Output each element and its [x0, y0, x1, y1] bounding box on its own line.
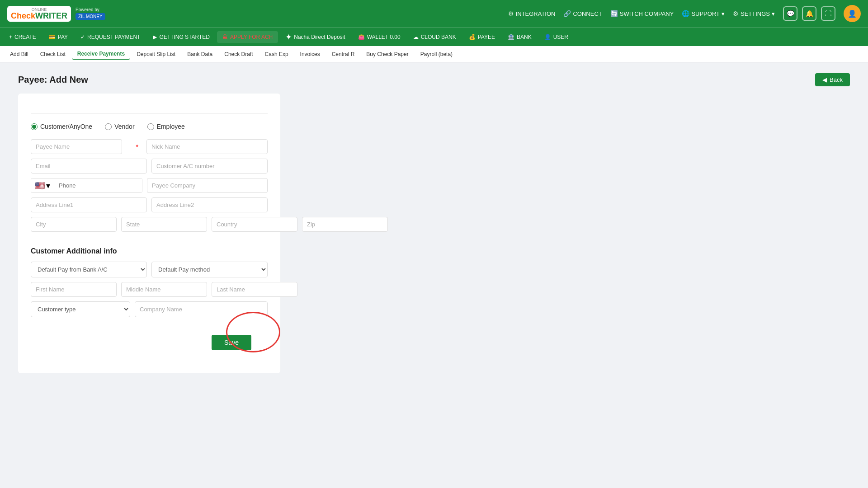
payee-label: PAYEE [478, 34, 495, 40]
row-address1 [31, 197, 268, 212]
row-phone: 🇺🇸 ▾ [31, 178, 268, 193]
phone-field-wrapper: 🇺🇸 ▾ [31, 178, 142, 193]
page-title: Payee: Add New [18, 75, 88, 85]
logo-area: ONLINE CheckWRITER Powered by ZIL MONEY [7, 6, 105, 22]
getting-started-label: GETTING STARTED [159, 34, 210, 40]
create-nav-item[interactable]: + CREATE [4, 31, 42, 43]
default-pay-bank-select[interactable]: Default Pay from Bank A/C [31, 262, 147, 277]
form-card: Customer/AnyOne Vendor Employee * [18, 94, 280, 373]
getting-started-nav-item[interactable]: ▶ GETTING STARTED [147, 31, 215, 43]
tab-bar: Add Bill Check List Receive Payments Dep… [0, 46, 868, 62]
user-nav-item[interactable]: 👤 USER [539, 31, 574, 43]
pay-nav-item[interactable]: 💳 PAY [43, 31, 73, 43]
integration-label: INTEGRATION [516, 10, 556, 17]
apply-for-ach-nav-item[interactable]: 🏛 APPLY FOR ACH [217, 31, 278, 43]
tab-check-draft[interactable]: Check Draft [219, 49, 258, 59]
row-email [31, 159, 268, 174]
logo-text: CheckWRITER [11, 12, 67, 20]
last-name-input[interactable] [212, 282, 297, 297]
customer-type-select[interactable]: Customer type [31, 301, 130, 317]
company-name-input[interactable] [135, 301, 268, 317]
radio-employee-label: Employee [157, 123, 185, 130]
ach-icon: 🏛 [222, 34, 228, 40]
flag-dropdown-icon: ▾ [46, 181, 50, 191]
tab-check-list[interactable]: Check List [35, 49, 71, 59]
radio-customer-anyone-input[interactable] [31, 123, 38, 130]
payee-company-input[interactable] [147, 178, 268, 193]
save-area: Save [31, 324, 268, 361]
request-payment-nav-item[interactable]: ✓ REQUEST PAYMENT [75, 31, 146, 43]
integration-icon: ⚙ [508, 10, 514, 17]
radio-vendor[interactable]: Vendor [105, 123, 134, 130]
chat-icon-btn[interactable]: 💬 [783, 6, 797, 21]
required-star: * [136, 143, 138, 150]
expand-icon-btn[interactable]: ⛶ [821, 6, 835, 21]
support-chevron-icon: ▾ [722, 10, 725, 17]
integration-nav-item[interactable]: ⚙ INTEGRATION [508, 10, 556, 17]
wallet-nav-item[interactable]: 👛 WALLET 0.00 [353, 31, 406, 43]
country-input[interactable] [212, 217, 297, 232]
bank-icon: 🏦 [508, 34, 514, 40]
getting-started-icon: ▶ [153, 34, 157, 40]
powered-by-text: Powered by [75, 7, 105, 12]
default-pay-method-select[interactable]: Default Pay method [151, 262, 268, 277]
pay-label: PAY [58, 34, 68, 40]
support-icon: 🌐 [682, 10, 689, 17]
connect-nav-item[interactable]: 🔗 CONNECT [563, 10, 602, 17]
radio-customer-anyone[interactable]: Customer/AnyOne [31, 123, 92, 130]
switch-company-label: SWITCH COMPANY [620, 10, 674, 17]
tab-central-r[interactable]: Central R [326, 49, 360, 59]
back-icon: ◀ [822, 76, 827, 83]
request-payment-icon: ✓ [80, 34, 85, 40]
address-line2-input[interactable] [151, 197, 268, 212]
settings-nav-item[interactable]: ⚙ SETTINGS ▾ [733, 10, 775, 17]
payee-icon: 💰 [469, 34, 476, 40]
row-default-pay: Default Pay from Bank A/C Default Pay me… [31, 262, 268, 277]
first-name-input[interactable] [31, 282, 117, 297]
payee-name-wrapper: * [31, 139, 142, 154]
tab-deposit-slip-list[interactable]: Deposit Slip List [131, 49, 181, 59]
email-input[interactable] [31, 159, 147, 174]
tab-invoices[interactable]: Invoices [295, 49, 326, 59]
user-avatar[interactable]: 👤 [844, 5, 861, 22]
create-icon: + [9, 34, 12, 40]
tab-buy-check-paper[interactable]: Buy Check Paper [361, 49, 414, 59]
middle-name-input[interactable] [121, 282, 207, 297]
request-payment-label: REQUEST PAYMENT [87, 34, 140, 40]
cloud-bank-icon: ☁ [413, 34, 419, 40]
nav-right: ⚙ INTEGRATION 🔗 CONNECT 🔄 SWITCH COMPANY… [508, 5, 861, 22]
tab-payroll-beta[interactable]: Payroll (beta) [415, 49, 458, 59]
customer-ac-input[interactable] [151, 159, 268, 174]
radio-vendor-input[interactable] [105, 123, 112, 130]
cloud-bank-nav-item[interactable]: ☁ CLOUD BANK [408, 31, 462, 43]
bell-icon-btn[interactable]: 🔔 [802, 6, 816, 21]
create-label: CREATE [14, 34, 36, 40]
nacha-nav-item[interactable]: ✦ Nacha Direct Deposit [280, 29, 350, 45]
support-nav-item[interactable]: 🌐 SUPPORT ▾ [682, 10, 725, 17]
tab-cash-exp[interactable]: Cash Exp [259, 49, 294, 59]
payee-nav-item[interactable]: 💰 PAYEE [463, 31, 500, 43]
radio-employee[interactable]: Employee [147, 123, 185, 130]
tab-bank-data[interactable]: Bank Data [182, 49, 218, 59]
address-line1-input[interactable] [31, 197, 147, 212]
tab-receive-payments[interactable]: Receive Payments [72, 49, 130, 60]
settings-chevron-icon: ▾ [772, 10, 775, 17]
zip-input[interactable] [302, 217, 388, 232]
save-button[interactable]: Save [212, 335, 251, 350]
state-input[interactable] [121, 217, 207, 232]
switch-icon: 🔄 [610, 10, 618, 17]
bank-nav-item[interactable]: 🏦 BANK [502, 31, 537, 43]
wallet-label: WALLET 0.00 [367, 34, 401, 40]
payee-name-input[interactable] [31, 139, 122, 154]
tab-add-bill[interactable]: Add Bill [5, 49, 34, 59]
back-button[interactable]: ◀ Back [815, 73, 850, 86]
nick-name-input[interactable] [146, 139, 268, 154]
city-input[interactable] [31, 217, 117, 232]
radio-employee-input[interactable] [147, 123, 154, 130]
switch-company-nav-item[interactable]: 🔄 SWITCH COMPANY [610, 10, 674, 17]
top-nav: ONLINE CheckWRITER Powered by ZIL MONEY … [0, 0, 868, 27]
bank-label: BANK [517, 34, 532, 40]
page-header: Payee: Add New ◀ Back [18, 73, 850, 86]
phone-input[interactable] [54, 178, 142, 192]
flag-select[interactable]: 🇺🇸 ▾ [31, 178, 54, 192]
